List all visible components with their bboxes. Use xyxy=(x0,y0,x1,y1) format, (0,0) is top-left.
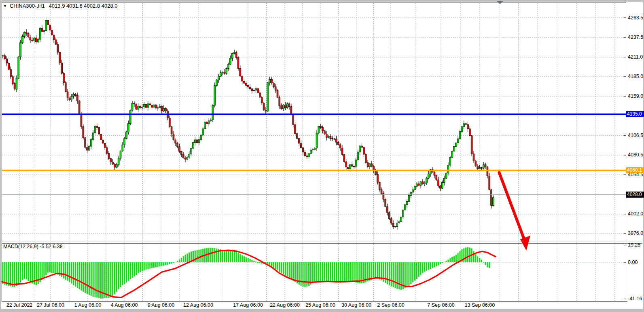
time-axis-label: 7 Sep 06:00 xyxy=(427,302,454,308)
chart-title: ▼CHINA300-,H14013.9 4031.6 4002.8 4028.0 xyxy=(3,3,118,9)
bid-price-label: 4028.0 xyxy=(626,192,644,198)
macd-axis-label: 19.28 xyxy=(628,242,640,248)
price-axis-label: 4002.0 xyxy=(628,211,643,217)
mt4-chart-window: ▼CHINA300-,H14013.9 4031.6 4002.8 4028.0… xyxy=(0,0,644,312)
time-axis-label: 27 Jul 06:00 xyxy=(37,302,64,308)
price-axis-label: 4185.0 xyxy=(628,74,643,80)
time-axis-label: 2 Sep 06:00 xyxy=(377,302,404,308)
time-axis-label: 12 Aug 06:00 xyxy=(183,302,213,308)
time-axis-label: 4 Aug 06:00 xyxy=(111,302,138,308)
symbol-dropdown-icon[interactable]: ▼ xyxy=(3,4,7,8)
macd-indicator-label: MACD(12,26,9) -5.52 6.38 xyxy=(3,244,63,249)
hline-price-label: 4135.0 xyxy=(626,111,644,117)
price-axis-label: 3976.0 xyxy=(628,230,643,236)
price-axis-label: 4159.0 xyxy=(628,93,643,99)
macd-axis-label: -41.16 xyxy=(628,296,642,302)
time-axis-label: 13 Sep 06:00 xyxy=(465,302,495,308)
macd-name: MACD(12,26,9) xyxy=(3,244,38,249)
price-axis-label: 4106.5 xyxy=(628,133,643,139)
time-axis-label: 25 Aug 06:00 xyxy=(305,302,335,308)
ohlc-values: 4013.9 4031.6 4002.8 4028.0 xyxy=(49,3,118,9)
macd-axis-label: 0.00 xyxy=(628,259,638,266)
hline-price-label: 4060.1 xyxy=(626,167,644,173)
price-axis-label: 4080.5 xyxy=(628,152,643,158)
time-axis-label: 30 Aug 06:00 xyxy=(341,302,371,308)
time-axis-label: 22 Aug 06:00 xyxy=(270,302,300,308)
macd-values: -5.52 6.38 xyxy=(40,244,62,249)
time-axis-label: 1 Aug 06:00 xyxy=(74,302,102,308)
time-axis-label: 9 Aug 06:00 xyxy=(148,302,175,308)
price-axis-label: 4237.5 xyxy=(628,34,643,40)
chart-canvas[interactable] xyxy=(0,0,644,312)
price-axis-label: 4211.0 xyxy=(628,54,643,60)
symbol-timeframe-label: CHINA300-,H1 xyxy=(10,3,45,9)
price-axis-label: 4263.5 xyxy=(628,15,643,21)
time-axis-label: 17 Aug 06:00 xyxy=(233,302,263,308)
time-axis-label: 22 Jul 2022 xyxy=(6,302,33,308)
